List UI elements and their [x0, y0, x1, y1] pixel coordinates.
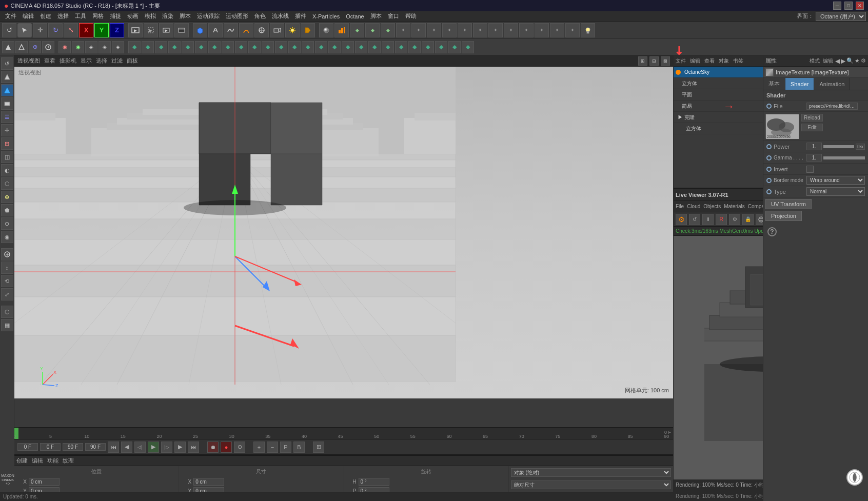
render-to-pic-btn[interactable]: [128, 23, 143, 37]
green-tool-17[interactable]: ◆: [342, 41, 354, 53]
attr-size-x-input[interactable]: [193, 478, 224, 486]
reload-btn[interactable]: Reload: [801, 114, 823, 122]
green-tool-23[interactable]: ◆: [422, 41, 434, 53]
menu-snap[interactable]: 捕捉: [107, 11, 124, 21]
menu-plugins[interactable]: 插件: [292, 11, 309, 21]
attr-pos-x-input[interactable]: [29, 478, 60, 486]
power-tex-btn[interactable]: tex: [856, 144, 865, 150]
prev-key-btn[interactable]: ◁|: [134, 442, 146, 453]
render-active-btn[interactable]: [159, 23, 173, 37]
transport-grid-btn[interactable]: ⊞: [313, 442, 324, 453]
green-tool-6[interactable]: ◆: [195, 41, 207, 53]
toolbar-btn-6[interactable]: ⟡: [427, 23, 441, 37]
lv-settings-btn[interactable]: ⚙: [729, 214, 740, 225]
toolbar-btn-14[interactable]: ⟡: [550, 23, 564, 37]
maximize-btn[interactable]: □: [844, 2, 853, 10]
green-tool-12[interactable]: ◆: [275, 41, 287, 53]
sidebar-tool18[interactable]: ⬡: [1, 306, 13, 318]
hier-edit-btn[interactable]: 编辑: [690, 57, 700, 65]
sidebar-tool1[interactable]: [1, 71, 13, 83]
vp-panel-btn[interactable]: 面板: [127, 57, 138, 65]
vp-icon1[interactable]: ⊞: [638, 56, 647, 66]
menu-select[interactable]: 选择: [54, 11, 72, 21]
green-tool-25[interactable]: ◆: [448, 41, 461, 53]
toolbar-btn-7[interactable]: ⟡: [442, 23, 457, 37]
menu-script[interactable]: 脚本: [176, 11, 194, 21]
tool-snap4[interactable]: ◈: [98, 41, 111, 53]
green-tool-10[interactable]: ◆: [248, 41, 261, 53]
lv-pause-btn[interactable]: ⏸: [702, 214, 714, 225]
viewport[interactable]: 透视视图 查看 摄影机 显示 选择 过滤 面板 ⊞ ⊟ ⊠: [14, 55, 673, 398]
menu-file[interactable]: 文件: [2, 11, 19, 21]
prop-star-icon[interactable]: ★: [855, 57, 860, 65]
toolbar-btn-15[interactable]: ⟡: [565, 23, 580, 37]
hier-file-btn[interactable]: 文件: [676, 57, 686, 65]
vp-select-btn[interactable]: 选择: [96, 57, 107, 65]
power-slider[interactable]: [823, 145, 854, 148]
lv-reset-btn[interactable]: ↺: [689, 214, 700, 225]
lv-record-btn[interactable]: R: [716, 214, 727, 225]
toolbar-btn-5[interactable]: ⟡: [411, 23, 426, 37]
prop-tab-basic[interactable]: 基本: [763, 78, 785, 90]
edit-btn[interactable]: Edit: [801, 124, 823, 131]
help-icon[interactable]: ?: [767, 227, 777, 236]
x-axis-btn[interactable]: X: [79, 23, 93, 37]
anim-mode-btn[interactable]: [42, 41, 54, 53]
power-input[interactable]: [806, 143, 822, 150]
toolbar-btn-8[interactable]: ⟡: [458, 23, 472, 37]
record-btn[interactable]: ⏺: [207, 442, 219, 453]
green-tool-20[interactable]: ◆: [382, 41, 394, 53]
green-tool-16[interactable]: ◆: [328, 41, 341, 53]
lv-gear-btn[interactable]: ⚙: [676, 214, 687, 225]
sidebar-tool10[interactable]: ⊛: [1, 191, 13, 203]
green-tool-8[interactable]: ◆: [222, 41, 234, 53]
toolbar-btn-4[interactable]: ⟡: [396, 23, 410, 37]
green-tool-24[interactable]: ◆: [435, 41, 447, 53]
deform-btn[interactable]: [239, 23, 253, 37]
bulb-btn[interactable]: [581, 23, 595, 37]
prev-frame-btn[interactable]: ◀: [121, 442, 132, 453]
timeline[interactable]: 0 5 10 15 20 25 30 35 40 45 50 55 60 65 …: [14, 427, 673, 439]
menu-mesh[interactable]: 网格: [89, 11, 107, 21]
sidebar-tool13[interactable]: ◉: [1, 231, 13, 243]
minimize-btn[interactable]: ─: [833, 2, 841, 10]
type-select[interactable]: Normal Floatmap Alpha: [806, 187, 865, 196]
attr-texture-btn[interactable]: 纹理: [63, 457, 74, 465]
sidebar-tool11[interactable]: ⬟: [1, 204, 13, 216]
sidebar-tool4[interactable]: ☰: [1, 111, 13, 123]
y-axis-btn[interactable]: Y: [94, 23, 109, 37]
prop-arr-right[interactable]: ▶: [841, 57, 845, 65]
menu-animate[interactable]: 动画: [124, 11, 142, 21]
projection-btn[interactable]: Projection: [765, 211, 802, 221]
sidebar-undo[interactable]: ↺: [1, 57, 13, 70]
vp-filter-btn[interactable]: 过滤: [111, 57, 123, 65]
sidebar-tool14[interactable]: [1, 248, 13, 260]
toolbar-btn-12[interactable]: ⟡: [519, 23, 534, 37]
scene-btn[interactable]: [254, 23, 269, 37]
menu-tools[interactable]: 工具: [72, 11, 89, 21]
sidebar-tool16[interactable]: ⟲: [1, 275, 13, 287]
vp-cam-btn[interactable]: 摄影机: [60, 57, 76, 65]
green-tool-1[interactable]: ◆: [128, 41, 141, 53]
tool-snap5[interactable]: ◈: [112, 41, 124, 53]
close-btn[interactable]: ✕: [856, 2, 864, 10]
next-frame-btn[interactable]: ▶: [174, 442, 186, 453]
nurbs-btn[interactable]: [224, 23, 238, 37]
sidebar-tool5[interactable]: ✛: [1, 124, 13, 136]
move-btn[interactable]: ✛: [33, 23, 47, 37]
render-settings-btn[interactable]: [174, 23, 189, 37]
green-tool-15[interactable]: ◆: [315, 41, 327, 53]
hier-objects-btn[interactable]: 对象: [719, 57, 729, 65]
green-tool-11[interactable]: ◆: [262, 41, 274, 53]
vp-icon2[interactable]: ⊟: [649, 56, 659, 66]
vp-view-btn[interactable]: 查看: [44, 57, 55, 65]
invert-checkbox[interactable]: [806, 166, 814, 173]
current-frame-input[interactable]: [17, 443, 38, 451]
prop-arr-left[interactable]: ◀: [835, 57, 840, 65]
green-tool-13[interactable]: ◆: [288, 41, 301, 53]
border-mode-select[interactable]: Wrap around Black Color White Color: [806, 176, 865, 185]
gamma-input[interactable]: [806, 154, 822, 162]
scale-btn[interactable]: ⤡: [64, 23, 78, 37]
menu-pipeline[interactable]: 流水线: [269, 11, 292, 21]
gamma-slider[interactable]: [823, 156, 865, 159]
